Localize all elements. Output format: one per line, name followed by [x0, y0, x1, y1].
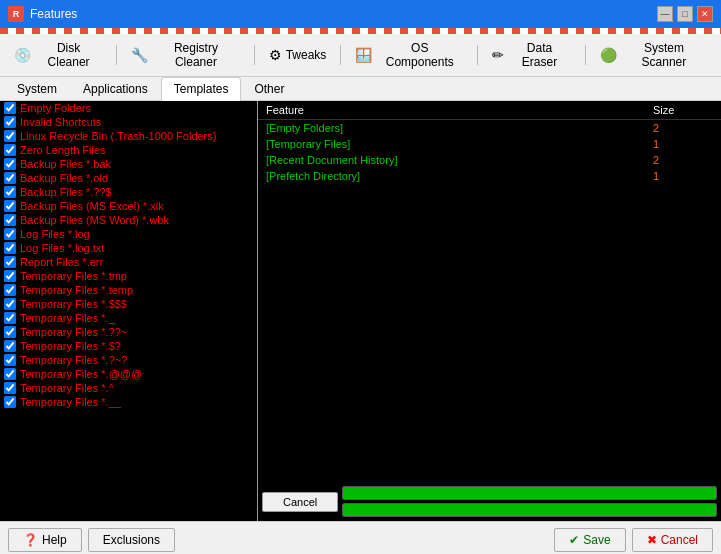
list-item[interactable]: Temporary Files *.$$$ — [0, 297, 257, 311]
disk-icon: 💿 — [14, 47, 31, 63]
list-item-checkbox[interactable] — [4, 242, 16, 254]
exclusions-button[interactable]: Exclusions — [88, 528, 175, 552]
separator-2 — [254, 45, 255, 65]
list-item-checkbox[interactable] — [4, 172, 16, 184]
separator-4 — [477, 45, 478, 65]
system-scanner-button[interactable]: 🟢 System Scanner — [592, 38, 715, 72]
os-components-button[interactable]: 🪟 OS Components — [347, 38, 471, 72]
list-item[interactable]: Temporary Files *.temp — [0, 283, 257, 297]
list-item[interactable]: Log Files *.log.txt — [0, 241, 257, 255]
os-icon: 🪟 — [355, 47, 372, 63]
list-item-label: Temporary Files *.__ — [20, 396, 121, 408]
list-item[interactable]: Invalid Shortcuts — [0, 115, 257, 129]
list-item[interactable]: Backup Files *.??$ — [0, 185, 257, 199]
scanner-icon: 🟢 — [600, 47, 617, 63]
list-item-checkbox[interactable] — [4, 214, 16, 226]
list-item[interactable]: Backup Files (MS Word) *.wbk — [0, 213, 257, 227]
list-item[interactable]: Temporary Files *._ — [0, 311, 257, 325]
result-feature: [Empty Folders] — [266, 122, 653, 134]
list-item[interactable]: Temporary Files *.^ — [0, 381, 257, 395]
list-item-checkbox[interactable] — [4, 228, 16, 240]
list-item[interactable]: Temporary Files *.tmp — [0, 269, 257, 283]
registry-cleaner-label: Registry Cleaner — [152, 41, 240, 69]
list-item[interactable]: Temporary Files *.$? — [0, 339, 257, 353]
help-label: Help — [42, 533, 67, 547]
maximize-button[interactable]: □ — [677, 6, 693, 22]
list-item-label: Temporary Files *._ — [20, 312, 115, 324]
list-item-checkbox[interactable] — [4, 186, 16, 198]
list-item-checkbox[interactable] — [4, 270, 16, 282]
tab-templates[interactable]: Templates — [161, 77, 242, 101]
list-item-checkbox[interactable] — [4, 256, 16, 268]
close-button[interactable]: ✕ — [697, 6, 713, 22]
table-row: [Empty Folders]2 — [258, 120, 721, 136]
title-bar: R Features — □ ✕ — [0, 0, 721, 28]
list-item-label: Backup Files (MS Excel) *.xlk — [20, 200, 164, 212]
list-item-label: Temporary Files *.$$$ — [20, 298, 127, 310]
progress-fill-2 — [343, 504, 716, 516]
save-button[interactable]: ✔ Save — [554, 528, 625, 552]
result-size: 1 — [653, 170, 713, 182]
progress-fill-1 — [343, 487, 716, 499]
result-size: 1 — [653, 138, 713, 150]
cancel-button[interactable]: ✖ Cancel — [632, 528, 713, 552]
tab-system[interactable]: System — [4, 77, 70, 100]
disk-cleaner-button[interactable]: 💿 Disk Cleaner — [6, 38, 110, 72]
list-item-label: Log Files *.log.txt — [20, 242, 104, 254]
list-item-label: Temporary Files *.$? — [20, 340, 121, 352]
list-item-checkbox[interactable] — [4, 200, 16, 212]
result-size: 2 — [653, 122, 713, 134]
list-item-label: Backup Files *.??$ — [20, 186, 112, 198]
list-item[interactable]: Backup Files *.old — [0, 171, 257, 185]
list-item[interactable]: Backup Files *.bak — [0, 157, 257, 171]
registry-cleaner-button[interactable]: 🔧 Registry Cleaner — [123, 38, 248, 72]
list-item[interactable]: Backup Files (MS Excel) *.xlk — [0, 199, 257, 213]
list-item-checkbox[interactable] — [4, 312, 16, 324]
tab-applications[interactable]: Applications — [70, 77, 161, 100]
list-item-checkbox[interactable] — [4, 326, 16, 338]
main-content: Empty FoldersInvalid ShortcutsLinux Recy… — [0, 101, 721, 521]
list-item[interactable]: Temporary Files *.?~? — [0, 353, 257, 367]
list-item-label: Temporary Files *.@@@ — [20, 368, 142, 380]
left-panel: Empty FoldersInvalid ShortcutsLinux Recy… — [0, 101, 258, 521]
list-item[interactable]: Report Files *.err — [0, 255, 257, 269]
list-item-checkbox[interactable] — [4, 130, 16, 142]
list-item-label: Report Files *.err — [20, 256, 103, 268]
list-item[interactable]: Zero Length Files — [0, 143, 257, 157]
help-icon: ❓ — [23, 533, 38, 547]
list-item-checkbox[interactable] — [4, 354, 16, 366]
data-eraser-button[interactable]: ✏ Data Eraser — [484, 38, 579, 72]
list-item[interactable]: Log Files *.log — [0, 227, 257, 241]
list-item-checkbox[interactable] — [4, 340, 16, 352]
header-size: Size — [653, 104, 713, 116]
list-item-label: Temporary Files *.^ — [20, 382, 114, 394]
list-item-checkbox[interactable] — [4, 298, 16, 310]
result-feature: [Prefetch Directory] — [266, 170, 653, 182]
list-item[interactable]: Temporary Files *.__ — [0, 395, 257, 409]
list-item[interactable]: Linux Recycle Bin (.Trash-1000 Folders) — [0, 129, 257, 143]
list-item-checkbox[interactable] — [4, 396, 16, 408]
list-item-checkbox[interactable] — [4, 368, 16, 380]
list-item-checkbox[interactable] — [4, 284, 16, 296]
list-item-checkbox[interactable] — [4, 158, 16, 170]
cancel-icon: ✖ — [647, 533, 657, 547]
list-item-checkbox[interactable] — [4, 102, 16, 114]
minimize-button[interactable]: — — [657, 6, 673, 22]
list-item-checkbox[interactable] — [4, 382, 16, 394]
list-item-label: Temporary Files *.?~? — [20, 354, 127, 366]
help-button[interactable]: ❓ Help — [8, 528, 82, 552]
separator-1 — [116, 45, 117, 65]
list-item[interactable]: Empty Folders — [0, 101, 257, 115]
list-item[interactable]: Temporary Files *.??~ — [0, 325, 257, 339]
header-feature: Feature — [266, 104, 653, 116]
table-row: [Temporary Files]1 — [258, 136, 721, 152]
tweaks-button[interactable]: ⚙ Tweaks — [261, 44, 335, 66]
registry-icon: 🔧 — [131, 47, 148, 63]
panel-cancel-button[interactable]: Cancel — [262, 492, 338, 512]
list-item-checkbox[interactable] — [4, 144, 16, 156]
list-item[interactable]: Temporary Files *.@@@ — [0, 367, 257, 381]
list-item-label: Zero Length Files — [20, 144, 106, 156]
list-item-checkbox[interactable] — [4, 116, 16, 128]
save-label: Save — [583, 533, 610, 547]
tab-other[interactable]: Other — [241, 77, 297, 100]
